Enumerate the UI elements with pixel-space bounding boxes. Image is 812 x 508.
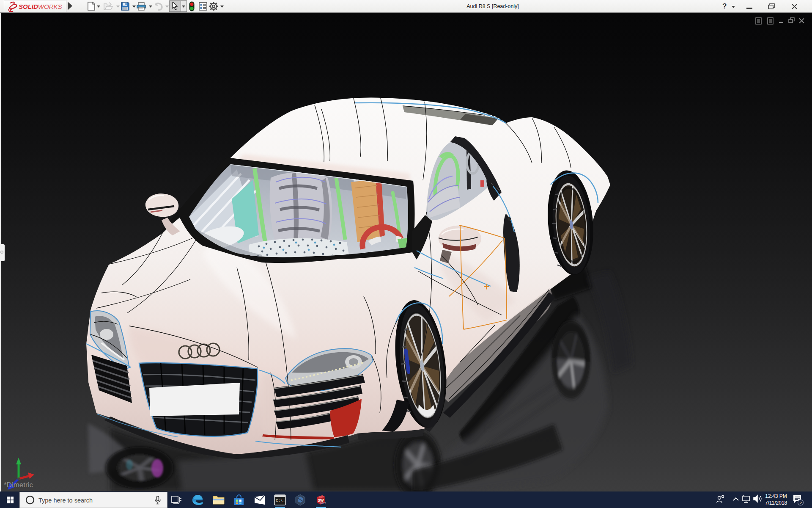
svg-text:2: 2 (800, 500, 802, 505)
svg-text:C:\_: C:\_ (276, 499, 285, 503)
svg-text:2017: 2017 (320, 502, 326, 505)
